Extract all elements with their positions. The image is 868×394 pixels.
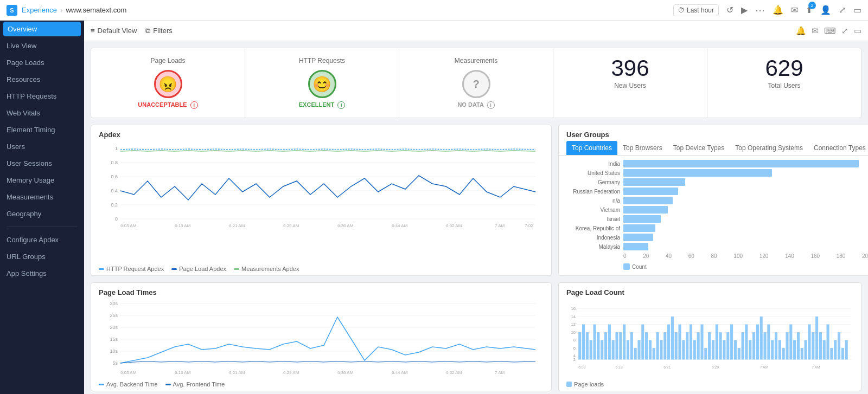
apdex-title: Apdex [91, 125, 551, 141]
svg-text:0.6: 0.6 [111, 174, 118, 179]
measurements-metric: Measurements ? NO DATA i [399, 48, 553, 118]
fullscreen-icon[interactable]: ⤢ [839, 5, 846, 15]
svg-rect-99 [734, 340, 737, 360]
mail-icon[interactable]: ✉ [791, 5, 798, 15]
breadcrumb-section[interactable]: Experience [22, 6, 57, 14]
svg-rect-116 [797, 332, 800, 359]
svg-text:7 AM: 7 AM [495, 370, 505, 375]
svg-rect-95 [719, 332, 722, 359]
country-bar [623, 197, 673, 204]
sidebar-item-http-requests[interactable]: HTTP Requests [0, 88, 84, 105]
settings-icon[interactable]: ⋯ [755, 4, 765, 16]
country-bar [623, 224, 655, 232]
country-bar [623, 243, 648, 250]
svg-rect-81 [667, 325, 670, 360]
panel-icon[interactable]: ▭ [853, 5, 861, 15]
svg-rect-90 [700, 325, 703, 360]
svg-rect-126 [834, 340, 837, 360]
svg-rect-107 [763, 332, 766, 359]
filters-button[interactable]: ⧉ Filters [145, 27, 172, 35]
default-view-button[interactable]: ≡ Default View [91, 27, 137, 35]
time-range-button[interactable]: ⏱ Last hour [673, 4, 719, 16]
sidebar-item-live-view[interactable]: Live View [0, 37, 84, 54]
svg-rect-61 [593, 325, 596, 360]
email-icon[interactable]: ✉ [812, 26, 819, 36]
legend-page-load: Page Load Apdex [171, 266, 226, 272]
svg-rect-79 [660, 340, 662, 360]
svg-text:30s: 30s [110, 301, 118, 306]
page-loads-status-text: UNACCEPTABLE [138, 101, 187, 108]
country-row-malaysia: Malaysia [566, 243, 868, 250]
svg-text:6:36 AM: 6:36 AM [337, 223, 354, 227]
tab-top-browsers[interactable]: Top Browsers [617, 141, 668, 155]
tab-top-device-types[interactable]: Top Device Types [668, 141, 730, 155]
svg-text:6:44 AM: 6:44 AM [392, 223, 408, 227]
sidebar-item-url-groups[interactable]: URL Groups [0, 248, 84, 265]
sidebar-item-resources[interactable]: Resources [0, 71, 84, 88]
sidebar-item-label: URL Groups [7, 253, 46, 261]
country-row-korea: Korea, Republic of [566, 224, 868, 232]
expand-icon[interactable]: ⤢ [841, 26, 848, 36]
svg-rect-114 [789, 325, 792, 360]
tab-top-os[interactable]: Top Operating Systems [730, 141, 808, 155]
measurements-info-icon[interactable]: i [487, 101, 495, 109]
page-loads-info-icon[interactable]: i [190, 101, 198, 109]
view-label: Default View [98, 27, 137, 35]
sidebar-item-label: App Settings [7, 269, 47, 277]
sidebar-divider [7, 227, 78, 227]
sidebar-item-page-loads[interactable]: Page Loads [0, 54, 84, 71]
sidebar-item-geography[interactable]: Geography [0, 205, 84, 222]
country-bar [623, 206, 668, 214]
svg-text:6:03 AM: 6:03 AM [120, 370, 137, 375]
svg-rect-87 [690, 325, 692, 360]
sidebar-item-configure-apdex[interactable]: Configure Apdex [0, 231, 84, 248]
page-load-times-svg: 30s 25s 20s 15s 10s 5s 6:03 AM 6:13 AM [99, 301, 544, 377]
country-row-vietnam: Vietnam [566, 206, 868, 214]
keyboard-icon[interactable]: ⌨ [824, 26, 836, 36]
svg-text:6:29 AM: 6:29 AM [283, 370, 299, 375]
sidebar-item-label: Configure Apdex [7, 236, 59, 244]
tab-connection-types[interactable]: Connection Types [808, 141, 868, 155]
share-icon[interactable]: ⬆ 3 [806, 5, 813, 15]
legend-page-loads: Page loads [566, 381, 604, 387]
sidebar-item-memory-usage[interactable]: Memory Usage [0, 172, 84, 189]
legend-label-page: Page Load Apdex [179, 266, 226, 272]
play-icon[interactable]: ▶ [741, 5, 748, 15]
tab-top-countries[interactable]: Top Countries [566, 141, 617, 155]
sidebar-item-app-settings[interactable]: App Settings [0, 265, 84, 282]
user-icon[interactable]: 👤 [820, 5, 831, 15]
layout-icon[interactable]: ▭ [854, 26, 861, 36]
sidebar-item-user-sessions[interactable]: User Sessions [0, 155, 84, 172]
svg-text:1: 1 [115, 146, 118, 151]
country-bar [623, 188, 678, 195]
svg-rect-69 [623, 325, 626, 360]
svg-rect-103 [749, 340, 751, 360]
sidebar-item-measurements[interactable]: Measurements [0, 189, 84, 205]
svg-rect-119 [808, 325, 810, 360]
notification-bell[interactable]: 🔔 [773, 5, 783, 15]
sidebar-item-web-vitals[interactable]: Web Vitals [0, 105, 84, 121]
country-row-us: United States [566, 169, 868, 177]
country-bar [623, 160, 859, 167]
refresh-icon[interactable]: ↺ [726, 5, 733, 15]
sidebar-item-label: User Sessions [7, 159, 52, 167]
legend-dot-http [99, 268, 104, 270]
sidebar-item-users[interactable]: Users [0, 138, 84, 155]
apdex-panel: Apdex 1 0.8 0. [91, 125, 552, 276]
svg-rect-65 [608, 325, 611, 360]
sidebar-item-element-timing[interactable]: Element Timing [0, 121, 84, 138]
svg-rect-101 [742, 332, 744, 359]
country-row-indonesia: Indonesia [566, 234, 868, 241]
svg-rect-76 [649, 340, 652, 360]
sidebar-item-label: Overview [8, 25, 37, 33]
http-requests-info-icon[interactable]: i [337, 101, 345, 109]
count-legend-label: Count [632, 264, 647, 270]
svg-rect-115 [793, 340, 796, 360]
country-name: Korea, Republic of [566, 225, 623, 231]
svg-text:15s: 15s [110, 337, 118, 342]
alert-icon[interactable]: 🔔 [796, 26, 806, 36]
sidebar-item-overview[interactable]: Overview [3, 22, 81, 36]
legend-label-http: HTTP Request Apdex [106, 266, 164, 272]
bottom-charts-row: Page Load Times 30s 25s 20s 15 [91, 282, 861, 391]
http-requests-face: 😊 [308, 70, 336, 98]
